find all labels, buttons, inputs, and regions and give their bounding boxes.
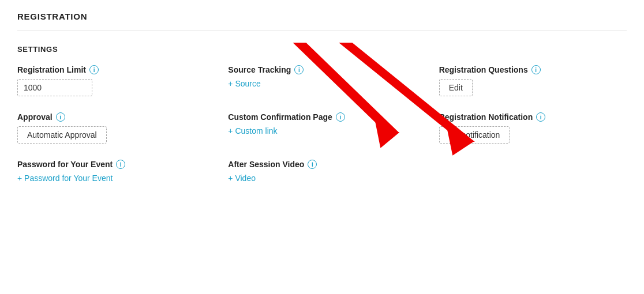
approval-dropdown[interactable]: Automatic Approval	[17, 126, 107, 144]
approval-item: Approval i Automatic Approval	[17, 112, 205, 144]
after-session-video-label: After Session Video i	[228, 160, 415, 169]
registration-limit-label: Registration Limit i	[17, 65, 205, 74]
add-source-link[interactable]: + Source	[228, 79, 415, 88]
registration-notification-item: Registration Notification i No notificat…	[439, 112, 627, 144]
approval-info-icon[interactable]: i	[56, 112, 65, 122]
custom-confirmation-info-icon[interactable]: i	[336, 112, 345, 122]
notification-dropdown[interactable]: No notification	[439, 126, 510, 144]
password-event-item: Password for Your Event i + Password for…	[17, 160, 205, 183]
registration-questions-info-icon[interactable]: i	[531, 65, 541, 74]
source-tracking-item: Source Tracking i + Source	[228, 65, 415, 96]
password-event-info-icon[interactable]: i	[116, 160, 125, 169]
page-title: REGISTRATION	[17, 12, 627, 21]
registration-questions-item: Registration Questions i Edit	[439, 65, 627, 96]
registration-notification-info-icon[interactable]: i	[536, 112, 545, 122]
divider	[17, 31, 627, 31]
registration-limit-info-icon[interactable]: i	[89, 65, 99, 74]
add-video-link[interactable]: + Video	[228, 174, 415, 183]
source-tracking-label: Source Tracking i	[228, 65, 415, 74]
source-tracking-info-icon[interactable]: i	[294, 65, 304, 74]
after-session-video-item: After Session Video i + Video	[228, 160, 415, 183]
registration-questions-label: Registration Questions i	[439, 65, 627, 74]
page: REGISTRATION SETTINGS Registration Limit…	[0, 0, 644, 294]
registration-limit-input[interactable]	[17, 79, 92, 96]
add-password-link[interactable]: + Password for Your Event	[17, 174, 205, 183]
section-title: SETTINGS	[17, 45, 627, 54]
password-event-label: Password for Your Event i	[17, 160, 205, 169]
registration-limit-item: Registration Limit i	[17, 65, 205, 96]
registration-notification-label: Registration Notification i	[439, 112, 627, 122]
edit-questions-button[interactable]: Edit	[439, 79, 473, 96]
after-session-video-info-icon[interactable]: i	[308, 160, 317, 169]
approval-label: Approval i	[17, 112, 205, 122]
add-custom-link[interactable]: + Custom link	[228, 126, 415, 135]
settings-grid: Registration Limit i Source Tracking i +…	[17, 65, 627, 183]
custom-confirmation-item: Custom Confirmation Page i + Custom link	[228, 112, 415, 144]
custom-confirmation-label: Custom Confirmation Page i	[228, 112, 415, 122]
